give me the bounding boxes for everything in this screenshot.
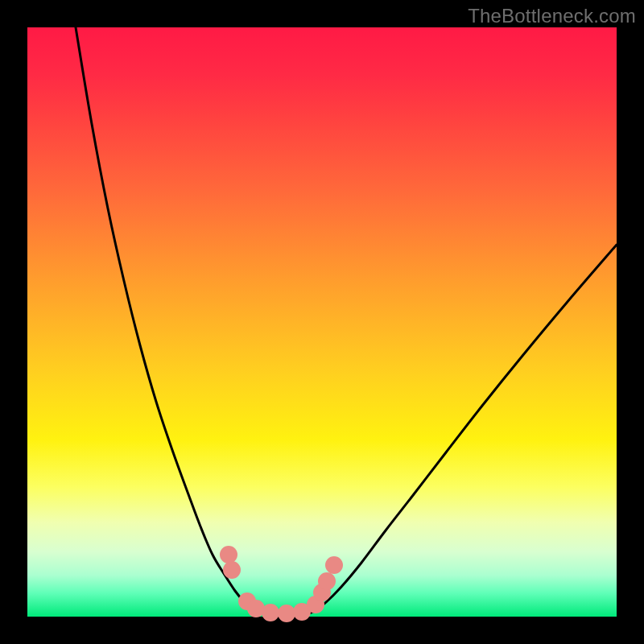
valley-marker bbox=[318, 572, 336, 590]
valley-marker bbox=[262, 604, 279, 621]
bottleneck-curve bbox=[76, 27, 617, 614]
chart-frame: TheBottleneck.com bbox=[0, 0, 644, 644]
valley-markers bbox=[220, 546, 343, 622]
valley-marker bbox=[325, 556, 343, 574]
plot-area bbox=[27, 27, 617, 617]
valley-marker bbox=[220, 546, 237, 564]
curve-line bbox=[76, 27, 617, 614]
valley-marker bbox=[278, 605, 295, 622]
watermark-text: TheBottleneck.com bbox=[468, 5, 636, 27]
valley-marker bbox=[223, 561, 241, 579]
chart-svg bbox=[27, 27, 617, 617]
